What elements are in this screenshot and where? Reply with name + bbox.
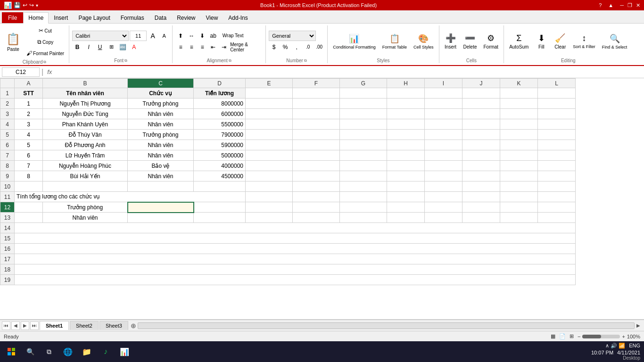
row-header-19[interactable]: 19 [0, 275, 15, 285]
cell-D8[interactable]: 4000000 [194, 161, 246, 171]
cell-L12[interactable] [538, 202, 576, 213]
fill-color-btn[interactable]: 🔤 [117, 42, 128, 52]
cell-G7[interactable] [340, 150, 387, 161]
cell-G1[interactable] [340, 88, 387, 99]
cell-G11[interactable] [340, 192, 387, 202]
cell-C10[interactable] [128, 181, 194, 192]
cell-C7[interactable]: Nhân viên [128, 150, 194, 161]
cell-C6[interactable]: Nhân viên [128, 140, 194, 150]
quick-access-redo[interactable]: ↪ [29, 2, 34, 8]
cell-K5[interactable] [500, 130, 538, 140]
cell-I13[interactable] [425, 213, 462, 223]
cell-D13[interactable] [194, 213, 246, 223]
cell-G9[interactable] [340, 171, 387, 181]
row-header-16[interactable]: 16 [0, 244, 15, 254]
find-select-btn[interactable]: 🔍 Find & Select [600, 28, 630, 55]
cell-E13[interactable] [246, 213, 293, 223]
cell-J10[interactable] [462, 181, 500, 192]
cell-G13[interactable] [340, 213, 387, 223]
bold-button[interactable]: B [72, 42, 83, 52]
tab-review[interactable]: Review [172, 12, 200, 23]
comma-btn[interactable]: , [291, 42, 302, 52]
cell-C2[interactable]: Trưởng phòng [128, 99, 194, 109]
cell-H12[interactable] [387, 202, 425, 213]
cell-C9[interactable]: Nhân viên [128, 171, 194, 181]
cell-D10[interactable] [194, 181, 246, 192]
cell-K2[interactable] [500, 99, 538, 109]
font-grow-btn[interactable]: A [148, 31, 158, 41]
cell-D12[interactable] [194, 202, 246, 213]
cell-J11[interactable] [462, 192, 500, 202]
delete-btn[interactable]: ➖ Delete [461, 28, 479, 55]
cell-J12[interactable] [462, 202, 500, 213]
sheet-nav-last[interactable]: ⏭ [30, 321, 39, 330]
cell-I5[interactable] [425, 130, 462, 140]
autosum-btn[interactable]: Σ AutoSum [507, 28, 531, 55]
number-format-select[interactable]: General [269, 31, 316, 41]
tab-file[interactable]: File [2, 12, 23, 23]
cell-J1[interactable] [462, 88, 500, 99]
cell-L1[interactable] [538, 88, 576, 99]
fill-btn[interactable]: ⬇ Fill [533, 28, 550, 55]
italic-button[interactable]: I [83, 42, 94, 52]
cell-K6[interactable] [500, 140, 538, 150]
row-header-15[interactable]: 15 [0, 233, 15, 244]
cell-H1[interactable] [387, 88, 425, 99]
quick-access-save[interactable]: 💾 [14, 2, 21, 8]
conditional-formatting-btn[interactable]: 📊 Conditional Formatting [330, 28, 378, 55]
cell-G2[interactable] [340, 99, 387, 109]
cell-J3[interactable] [462, 109, 500, 119]
sheet-tab-1[interactable]: Sheet1 [40, 321, 69, 330]
row-header-7[interactable]: 7 [0, 150, 15, 161]
cell-J6[interactable] [462, 140, 500, 150]
cell-C4[interactable]: Nhân viên [128, 119, 194, 130]
cell-G6[interactable] [340, 140, 387, 150]
cell-C13[interactable] [128, 213, 194, 223]
tab-insert[interactable]: Insert [49, 12, 73, 23]
cell-H2[interactable] [387, 99, 425, 109]
cell-B10[interactable] [43, 181, 128, 192]
col-header-H[interactable]: H [387, 79, 425, 88]
cell-D6[interactable]: 5900000 [194, 140, 246, 150]
cell-D3[interactable]: 6000000 [194, 109, 246, 119]
cell-I8[interactable] [425, 161, 462, 171]
minimize-btn[interactable]: ─ [620, 2, 624, 8]
formula-input[interactable] [56, 67, 642, 77]
cell-K3[interactable] [500, 109, 538, 119]
cell-A13[interactable] [15, 213, 43, 223]
cell-E10[interactable] [246, 181, 293, 192]
cell-L10[interactable] [538, 181, 576, 192]
cell-K13[interactable] [500, 213, 538, 223]
col-header-I[interactable]: I [425, 79, 462, 88]
col-header-J[interactable]: J [462, 79, 500, 88]
font-size-input[interactable] [130, 31, 147, 41]
cell-D7[interactable]: 5000000 [194, 150, 246, 161]
cell-J9[interactable] [462, 171, 500, 181]
sheet-nav-prev[interactable]: ◀ [11, 321, 20, 330]
cell-I1[interactable] [425, 88, 462, 99]
start-button[interactable] [4, 344, 19, 359]
col-header-D[interactable]: D [194, 79, 246, 88]
page-break-btn[interactable]: ⊞ [570, 333, 574, 339]
font-name-select[interactable]: Calibri [72, 31, 129, 41]
cell-K8[interactable] [500, 161, 538, 171]
cell-G3[interactable] [340, 109, 387, 119]
row-header-14[interactable]: 14 [0, 223, 15, 233]
cell-I3[interactable] [425, 109, 462, 119]
cell-K1[interactable] [500, 88, 538, 99]
sheet-tab-2[interactable]: Sheet2 [70, 321, 99, 330]
cell-E2[interactable] [246, 99, 293, 109]
task-view-btn[interactable]: ⧉ [41, 344, 57, 359]
cell-L11[interactable] [538, 192, 576, 202]
cell-L7[interactable] [538, 150, 576, 161]
row-header-3[interactable]: 3 [0, 109, 15, 119]
cell-J8[interactable] [462, 161, 500, 171]
increase-indent-btn[interactable]: ⇥ [219, 42, 229, 52]
cell-C12[interactable] [128, 202, 194, 213]
clear-btn[interactable]: 🧹 Clear [552, 28, 569, 55]
number-expand-icon[interactable]: ⧉ [304, 58, 307, 63]
cell-E3[interactable] [246, 109, 293, 119]
currency-btn[interactable]: $ [269, 42, 279, 52]
cell-K7[interactable] [500, 150, 538, 161]
row-header-5[interactable]: 5 [0, 130, 15, 140]
